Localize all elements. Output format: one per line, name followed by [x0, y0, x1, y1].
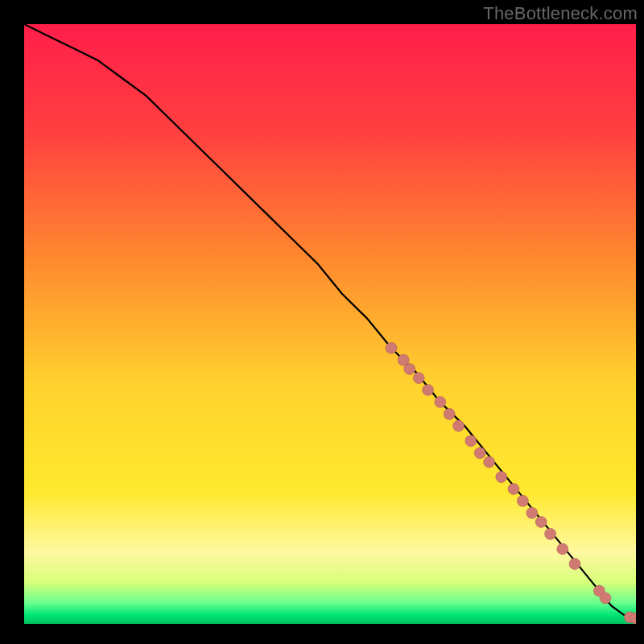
data-marker [453, 420, 464, 431]
data-marker [423, 384, 434, 395]
bottleneck-chart [24, 24, 636, 624]
data-marker [535, 516, 547, 527]
data-marker [474, 448, 485, 459]
data-marker [557, 543, 568, 555]
data-marker [526, 507, 538, 518]
data-marker [569, 559, 580, 570]
data-marker [496, 472, 507, 483]
chart-stage: TheBottleneck.com [0, 0, 644, 644]
data-marker [386, 342, 397, 353]
data-marker [404, 363, 415, 374]
data-marker [435, 396, 446, 407]
data-marker [413, 373, 424, 384]
gradient-background [24, 24, 636, 624]
watermark-text: TheBottleneck.com [483, 3, 638, 24]
data-marker [484, 456, 495, 468]
data-marker [517, 495, 528, 506]
data-marker [545, 528, 556, 539]
data-marker [465, 436, 477, 447]
data-marker [508, 483, 519, 494]
data-marker [600, 592, 611, 604]
data-marker [444, 408, 455, 419]
